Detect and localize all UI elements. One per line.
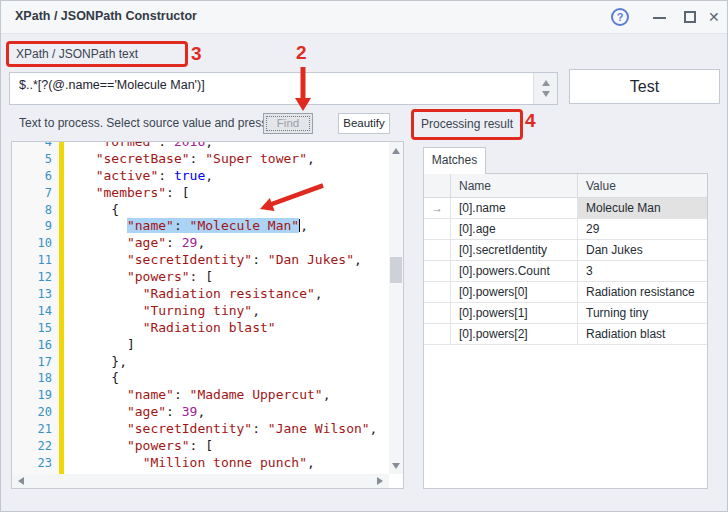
xpath-input[interactable] (12, 75, 532, 95)
code-line-15[interactable]: "Radiation blast" (68, 320, 377, 337)
find-button[interactable]: Find (263, 113, 313, 134)
code-token: : [ (166, 185, 189, 200)
vertical-scrollbar[interactable] (389, 142, 403, 475)
line-number: 21 (12, 421, 52, 438)
code-line-22[interactable]: "powers": [ (68, 438, 377, 455)
match-name-cell[interactable]: [0].powers[1] (450, 303, 577, 323)
code-line-13[interactable]: "Radiation resistance", (68, 286, 377, 303)
code-line-7[interactable]: "members": [ (68, 185, 377, 202)
line-number: 9 (12, 218, 52, 235)
help-icon[interactable]: ? (611, 8, 629, 26)
code-line-9[interactable]: "name": "Molecule Man", (68, 218, 377, 235)
match-name-cell[interactable]: [0].age (450, 219, 577, 239)
code-line-18[interactable]: { (68, 370, 377, 387)
code-token (80, 286, 143, 301)
match-name-cell[interactable]: [0].secretIdentity (450, 240, 577, 260)
code-token (80, 218, 127, 233)
code-line-5[interactable]: "secretBase": "Super tower", (68, 151, 377, 168)
code-line-17[interactable]: }, (68, 354, 377, 371)
match-value-cell[interactable]: Molecule Man (577, 198, 707, 218)
code-token: : (158, 142, 174, 149)
beautify-button[interactable]: Beautify (338, 113, 390, 134)
code-token: , (354, 252, 362, 267)
code-token: { (80, 202, 119, 217)
code-token: "Super tower" (205, 151, 307, 166)
row-indicator (424, 219, 450, 239)
code-line-10[interactable]: "age": 29, (68, 235, 377, 252)
tab-matches[interactable]: Matches (423, 147, 486, 174)
column-header-name[interactable]: Name (450, 174, 577, 198)
table-row[interactable]: [0].powers[2]Radiation blast (424, 324, 707, 345)
table-row[interactable]: [0].powers[1]Turning tiny (424, 303, 707, 324)
code-token: : (158, 168, 174, 183)
matches-table-body: →[0].nameMolecule Man[0].age29[0].secret… (424, 198, 707, 345)
test-button[interactable]: Test (569, 69, 720, 104)
horizontal-scrollbar[interactable] (12, 474, 389, 488)
spinner-down-icon[interactable] (542, 91, 550, 97)
spinner-up-icon[interactable] (542, 80, 550, 86)
code-token: , (252, 303, 260, 318)
match-value-cell[interactable]: Radiation resistance (577, 282, 707, 302)
scroll-right-icon[interactable] (377, 477, 383, 485)
matches-panel: Name Value →[0].nameMolecule Man[0].age2… (423, 173, 708, 489)
code-token: "active" (96, 168, 159, 183)
line-numbers: 4567891011121314151617181920212223 (12, 142, 52, 472)
xpath-label: XPath / JSONPath text (16, 47, 138, 61)
code-line-6[interactable]: "active": true, (68, 168, 377, 185)
close-button[interactable]: ✕ (703, 1, 728, 34)
processing-result-annotation-box: Processing result (411, 109, 523, 140)
table-row[interactable]: [0].secretIdentityDan Jukes (424, 240, 707, 261)
code-token: , (315, 286, 323, 301)
line-number: 10 (12, 235, 52, 252)
match-value-cell[interactable]: 3 (577, 261, 707, 281)
line-number: 18 (12, 370, 52, 387)
table-row[interactable]: [0].age29 (424, 219, 707, 240)
code-line-23[interactable]: "Million tonne punch", (68, 455, 377, 472)
table-row[interactable]: [0].powers.Count3 (424, 261, 707, 282)
xpath-input-spinner[interactable] (533, 73, 557, 104)
match-name-cell[interactable]: [0].powers.Count (450, 261, 577, 281)
match-name-cell[interactable]: [0].name (450, 198, 577, 218)
match-name-cell[interactable]: [0].powers[2] (450, 324, 577, 344)
code-line-19[interactable]: "name": "Madame Uppercut", (68, 387, 377, 404)
table-row[interactable]: [0].powers[0]Radiation resistance (424, 282, 707, 303)
scroll-left-icon[interactable] (18, 477, 24, 485)
current-row-arrow-icon: → (424, 198, 450, 218)
match-value-cell[interactable]: Dan Jukes (577, 240, 707, 260)
code-line-20[interactable]: "age": 39, (68, 404, 377, 421)
code-line-21[interactable]: "secretIdentity": "Jane Wilson", (68, 421, 377, 438)
selected-text: : (174, 218, 190, 233)
vertical-scroll-thumb[interactable] (390, 257, 402, 283)
match-name-cell[interactable]: [0].powers[0] (450, 282, 577, 302)
code-line-12[interactable]: "powers": [ (68, 269, 377, 286)
code-area[interactable]: 4567891011121314151617181920212223 "form… (12, 142, 389, 475)
code-line-14[interactable]: "Turning tiny", (68, 303, 377, 320)
scroll-up-icon[interactable] (392, 148, 400, 154)
match-value-cell[interactable]: Turning tiny (577, 303, 707, 323)
code-line-16[interactable]: ] (68, 337, 377, 354)
code-token: "age" (127, 235, 166, 250)
code-line-11[interactable]: "secretIdentity": "Dan Jukes", (68, 252, 377, 269)
scroll-down-icon[interactable] (392, 463, 400, 469)
match-value-cell[interactable]: 29 (577, 219, 707, 239)
code-token: , (370, 421, 378, 436)
table-row[interactable]: →[0].nameMolecule Man (424, 198, 707, 219)
code-token (80, 168, 96, 183)
row-indicator (424, 303, 450, 323)
code-token: "powers" (127, 438, 190, 453)
code-token: "formed" (96, 142, 159, 149)
code-token (80, 404, 127, 419)
matches-table-header: Name Value (424, 174, 707, 198)
code-line-4[interactable]: "formed": 2016, (68, 142, 377, 151)
match-value-cell[interactable]: Radiation blast (577, 324, 707, 344)
code-token: : [ (190, 269, 213, 284)
maximize-button[interactable] (677, 1, 703, 34)
maximize-icon (684, 11, 696, 23)
json-editor[interactable]: 4567891011121314151617181920212223 "form… (11, 141, 404, 489)
minimize-button[interactable] (647, 1, 673, 34)
line-number: 5 (12, 151, 52, 168)
code-line-8[interactable]: { (68, 202, 377, 219)
column-header-value[interactable]: Value (577, 174, 707, 198)
line-number: 23 (12, 455, 52, 472)
xpath-label-annotation-box: XPath / JSONPath text (6, 41, 188, 67)
